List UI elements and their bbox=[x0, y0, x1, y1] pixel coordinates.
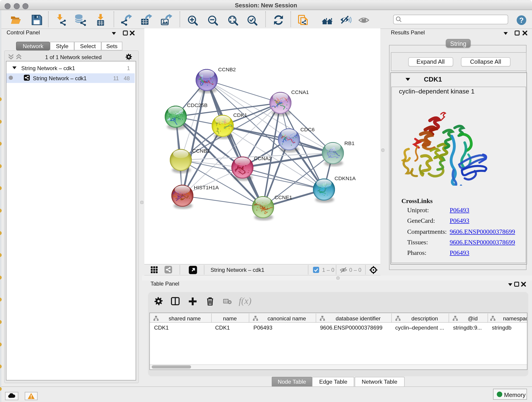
svg-text:CDC6: CDC6 bbox=[300, 127, 315, 133]
svg-text:CDC25B: CDC25B bbox=[187, 102, 208, 108]
svg-text:CCNA2: CCNA2 bbox=[254, 155, 272, 161]
svg-text:CCNB1: CCNB1 bbox=[192, 148, 210, 154]
svg-text:CCNA1: CCNA1 bbox=[291, 89, 309, 95]
svg-text:CDK1: CDK1 bbox=[233, 112, 247, 118]
svg-text:?: ? bbox=[519, 16, 524, 24]
svg-text:CCNE1: CCNE1 bbox=[274, 194, 292, 200]
svg-text:CCNB2: CCNB2 bbox=[218, 66, 236, 72]
svg-text:HIST1H1A: HIST1H1A bbox=[194, 185, 219, 191]
svg-text:RB1: RB1 bbox=[344, 140, 355, 146]
svg-text:CDKN1A: CDKN1A bbox=[335, 175, 356, 181]
